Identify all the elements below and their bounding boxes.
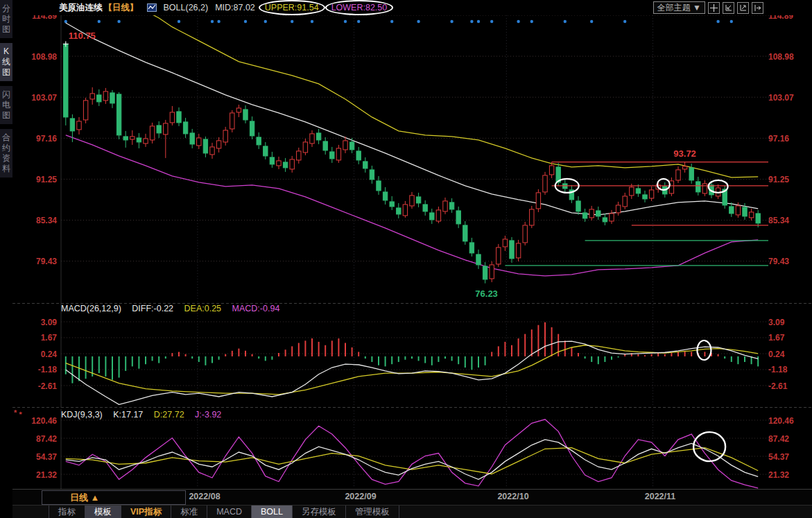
svg-text:-1.18: -1.18 — [38, 365, 58, 374]
macd-name: MACD(26,12,9) — [61, 304, 121, 313]
x-axis-date: 2022/09 — [345, 492, 376, 501]
svg-text:103.07: 103.07 — [31, 93, 57, 103]
boll-upper-wrap: UPPER:91.54 — [262, 3, 322, 12]
svg-text:21.32: 21.32 — [36, 470, 57, 480]
svg-text:87.42: 87.42 — [36, 434, 57, 444]
tab-MACD[interactable]: MACD — [207, 506, 252, 518]
sidebar-item-2[interactable]: 闪电图 — [0, 86, 12, 124]
period-selector[interactable]: 日线 ▲ — [42, 490, 186, 505]
period-label: 【日线】 — [104, 2, 139, 14]
main-candlestick-chart[interactable]: 114.89114.89108.98108.98103.07103.0797.1… — [12, 15, 812, 303]
svg-text:85.34: 85.34 — [36, 216, 57, 225]
symbol-title: 美原油连续 — [59, 2, 103, 14]
kdj-name: KDJ(9,3,3) — [61, 410, 103, 420]
svg-text:1.67: 1.67 — [768, 333, 785, 343]
svg-text:93.72: 93.72 — [673, 148, 696, 159]
indicator-name: BOLL(26,2) — [164, 3, 209, 12]
svg-text:110.75: 110.75 — [69, 31, 96, 41]
kdj-d-value: D:27.72 — [154, 410, 184, 420]
chart-area: 美原油连续 【日线】 BOLL(26,2) MID:87.02 UPPER:91… — [12, 0, 812, 518]
kdj-k-value: K:17.17 — [113, 410, 143, 420]
header-toolbar: 全部主题 ▼ — [653, 1, 812, 14]
x-axis-date: 2022/08 — [189, 492, 220, 501]
svg-text:54.37: 54.37 — [36, 452, 57, 462]
zoom-out-time-icon[interactable] — [723, 2, 734, 14]
macd-value: MACD:-0.94 — [232, 304, 280, 313]
svg-text:79.43: 79.43 — [36, 257, 57, 266]
svg-text:3.09: 3.09 — [768, 318, 785, 327]
bottom-tab-bar: 指标模板VIP指标标准MACDBOLL另存模板管理模板 — [12, 505, 812, 518]
svg-text:120.46: 120.46 — [768, 416, 794, 426]
x-axis-date: 2022/11 — [645, 492, 676, 501]
svg-text:114.89: 114.89 — [768, 15, 793, 21]
svg-text:79.43: 79.43 — [768, 257, 789, 266]
sidebar-item-3[interactable]: 合约资料 — [0, 129, 12, 178]
macd-dea-value: DEA:0.25 — [184, 304, 222, 313]
svg-text:97.16: 97.16 — [36, 134, 57, 144]
svg-text:0.24: 0.24 — [41, 349, 58, 359]
svg-text:91.25: 91.25 — [36, 175, 57, 184]
tab-VIP指标[interactable]: VIP指标 — [121, 506, 171, 518]
x-axis-date: 2022/10 — [497, 492, 528, 501]
svg-text:-2.61: -2.61 — [768, 381, 788, 391]
tab-BOLL[interactable]: BOLL — [252, 506, 293, 518]
kdj-j-value: J:-3.92 — [195, 410, 221, 420]
svg-text:21.32: 21.32 — [768, 470, 789, 480]
sidebar-item-0[interactable]: 分时图 — [0, 0, 12, 38]
svg-text:-2.61: -2.61 — [38, 381, 58, 391]
macd-diff-value: DIFF:-0.22 — [132, 304, 173, 313]
sidebar-item-1[interactable]: K线图 — [0, 43, 12, 81]
svg-text:0.24: 0.24 — [768, 349, 785, 359]
kdj-header: KDJ(9,3,3) K:17.17 D:27.72 J:-3.92 — [61, 410, 230, 421]
svg-text:114.89: 114.89 — [32, 15, 57, 21]
boll-upper-value: UPPER:91.54 — [265, 3, 319, 12]
tab-另存模板[interactable]: 另存模板 — [293, 506, 346, 518]
svg-text:87.42: 87.42 — [768, 434, 789, 444]
svg-text:54.37: 54.37 — [768, 452, 789, 462]
svg-text:108.98: 108.98 — [31, 52, 57, 62]
svg-text:91.25: 91.25 — [768, 175, 789, 184]
chart-header: 美原油连续 【日线】 BOLL(26,2) MID:87.02 UPPER:91… — [12, 0, 812, 15]
svg-text:108.98: 108.98 — [768, 52, 794, 62]
theme-dropdown[interactable]: 全部主题 ▼ — [653, 1, 705, 14]
panel-marker-icon[interactable]: *﹡ — [14, 408, 24, 418]
svg-text:3.09: 3.09 — [41, 318, 58, 327]
svg-text:103.07: 103.07 — [768, 93, 794, 103]
svg-text:76.23: 76.23 — [475, 288, 498, 299]
macd-header: MACD(26,12,9) DIFF:-0.22 DEA:0.25 MACD:-… — [61, 304, 288, 315]
kline-chart-icon — [147, 3, 157, 12]
tab-管理模板[interactable]: 管理模板 — [346, 506, 399, 518]
tab-模板[interactable]: 模板 — [85, 506, 121, 518]
svg-text:85.34: 85.34 — [768, 216, 789, 225]
time-axis-bar: 日线 ▲ 2022/082022/092022/102022/11 — [12, 489, 812, 505]
boll-lower-value: LOWER:82.50 — [331, 3, 388, 12]
svg-text:-1.18: -1.18 — [768, 365, 788, 374]
tab-指标[interactable]: 指标 — [49, 506, 85, 518]
zoom-in-time-icon[interactable] — [737, 2, 749, 14]
tab-标准[interactable]: 标准 — [171, 506, 207, 518]
svg-text:120.46: 120.46 — [31, 416, 57, 426]
boll-mid-value: MID:87.02 — [215, 3, 255, 12]
boll-lower-wrap: LOWER:82.50 — [329, 3, 390, 12]
left-sidebar: 分时图K线图闪电图合约资料 — [0, 0, 12, 518]
svg-text:97.16: 97.16 — [768, 134, 789, 144]
crosshair-icon[interactable] — [708, 2, 720, 14]
svg-text:1.67: 1.67 — [41, 333, 58, 343]
macd-chart[interactable]: 3.093.091.671.670.240.24-1.18-1.18-2.61-… — [12, 303, 812, 408]
kdj-chart[interactable]: 120.46120.4687.4287.4254.3754.3721.3221.… — [12, 409, 812, 489]
pan-right-icon[interactable] — [752, 2, 763, 14]
trading-app-window: 分时图K线图闪电图合约资料 美原油连续 【日线】 BOLL(26,2) MID:… — [0, 0, 812, 518]
